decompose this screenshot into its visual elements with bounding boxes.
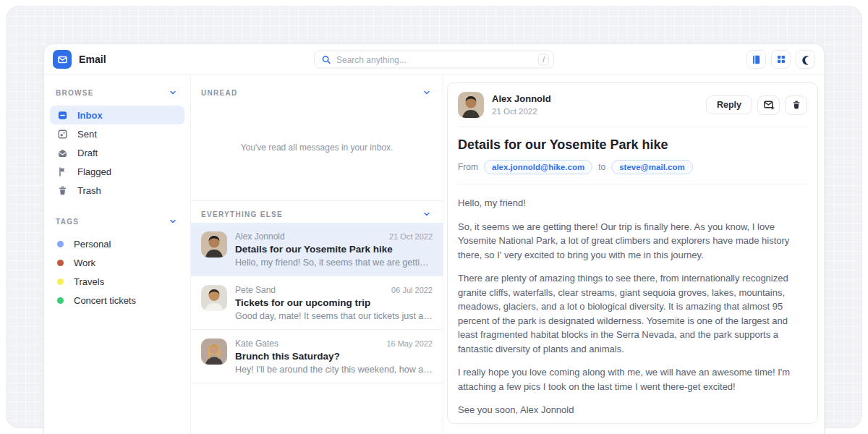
- sidebar-item-trash[interactable]: Trash: [50, 181, 184, 200]
- search-shortcut-key: /: [538, 54, 549, 65]
- mail-sender: Pete Sand: [235, 285, 276, 295]
- detail-subject-section: Details for our Yosemite Park hike From …: [458, 127, 807, 184]
- unread-section-header: UNREAD: [191, 75, 443, 98]
- mail-list-item[interactable]: Kate Gates 16 May 2022 Brunch this Satur…: [191, 330, 443, 383]
- everything-else-section-header: EVERYTHING ELSE: [191, 201, 443, 223]
- tag-list: Personal Work Travels Concert tickets: [50, 234, 184, 310]
- mail-subject: Brunch this Saturday?: [235, 351, 433, 362]
- mail-preview: Hey! I'll be around the city this weeken…: [235, 365, 433, 375]
- detail-header: Alex Jonnold 21 Oct 2022 Reply: [458, 83, 807, 127]
- flag-icon: [56, 166, 68, 177]
- mail-list-item[interactable]: Pete Sand 06 Jul 2022 Tickets for our up…: [191, 276, 443, 330]
- email-logo-icon: [53, 50, 72, 69]
- email-body: Hello, my friend! So, it seems we are ge…: [458, 184, 807, 424]
- grid-icon: [776, 54, 786, 64]
- sidebar-item-inbox[interactable]: Inbox: [50, 106, 184, 124]
- to-email-chip[interactable]: steve@mail.com: [611, 160, 692, 174]
- apps-grid-button[interactable]: [771, 50, 791, 69]
- from-label: From: [458, 162, 478, 172]
- mail-date: 16 May 2022: [386, 339, 433, 348]
- detail-date: 21 Oct 2022: [492, 106, 551, 116]
- everything-else-label: EVERYTHING ELSE: [201, 210, 283, 218]
- contacts-button[interactable]: [746, 50, 766, 69]
- mail-preview: Hello, my friend! So, it seems that we a…: [235, 258, 433, 268]
- chevron-down-icon: [169, 217, 177, 226]
- email-app-window: Email /: [43, 43, 825, 434]
- body-paragraph: There are plenty of amazing things to se…: [458, 271, 807, 356]
- from-email-chip[interactable]: alex.jonnold@hike.com: [484, 160, 592, 174]
- body-paragraph: So, it seems we are getting there! Our t…: [458, 220, 807, 263]
- mail-subject: Details for our Yosemite Park hike: [235, 244, 433, 255]
- sidebar-item-label: Flagged: [77, 166, 111, 177]
- mail-sender: Kate Gates: [235, 339, 278, 349]
- mail-item-body: Pete Sand 06 Jul 2022 Tickets for our up…: [235, 285, 433, 321]
- tag-label: Concert tickets: [74, 295, 136, 306]
- tag-item-travels[interactable]: Travels: [50, 272, 184, 291]
- email-detail-card: Alex Jonnold 21 Oct 2022 Reply: [447, 82, 818, 424]
- sender-avatar: [458, 92, 484, 118]
- top-bar: Email /: [44, 44, 824, 75]
- browse-section-toggle[interactable]: [167, 87, 179, 98]
- tag-dot: [57, 241, 64, 247]
- search-bar[interactable]: /: [314, 51, 554, 69]
- book-icon: [751, 54, 762, 65]
- tags-label: TAGS: [56, 218, 79, 226]
- sidebar-item-label: Draft: [77, 148, 98, 158]
- dark-mode-toggle[interactable]: [796, 50, 815, 69]
- sidebar-item-label: Trash: [77, 185, 101, 196]
- sidebar-item-draft[interactable]: Draft: [50, 143, 184, 162]
- tag-item-personal[interactable]: Personal: [50, 234, 184, 253]
- mail-date: 21 Oct 2022: [389, 232, 433, 241]
- delete-mail-button[interactable]: [785, 95, 807, 115]
- email-meta-row: From alex.jonnold@hike.com to steve@mail…: [458, 160, 807, 174]
- mail-preview: Good day, mate! It seems that our ticket…: [235, 311, 433, 321]
- main-area: BROWSE Inbox: [44, 75, 824, 434]
- trash-icon: [791, 100, 801, 110]
- tag-label: Personal: [74, 239, 111, 250]
- mail-subject: Tickets for our upcoming trip: [235, 297, 433, 308]
- mail-list: Alex Jonnold 21 Oct 2022 Details for our…: [191, 223, 443, 383]
- detail-sender-name: Alex Jonnold: [492, 93, 551, 105]
- everything-else-section-toggle[interactable]: [421, 208, 433, 220]
- sender-avatar: [201, 231, 227, 258]
- detail-sender-info: Alex Jonnold 21 Oct 2022: [492, 93, 551, 117]
- unread-section-toggle[interactable]: [421, 87, 433, 98]
- search-input[interactable]: [336, 54, 533, 64]
- message-list-column: UNREAD You've read all messages in your …: [191, 75, 443, 434]
- draft-icon: [56, 148, 68, 158]
- sidebar-item-flagged[interactable]: Flagged: [50, 162, 184, 181]
- tag-label: Work: [74, 258, 95, 268]
- reply-button[interactable]: Reply: [706, 95, 752, 114]
- unread-label: UNREAD: [201, 89, 238, 97]
- envelope-plus-icon: [763, 99, 775, 111]
- tags-section-toggle[interactable]: [167, 216, 179, 227]
- chevron-down-icon: [422, 88, 431, 97]
- browse-label: BROWSE: [56, 89, 94, 97]
- mail-item-body: Kate Gates 16 May 2022 Brunch this Satur…: [235, 339, 433, 375]
- tag-dot: [57, 260, 64, 266]
- sidebar-item-sent[interactable]: Sent: [50, 124, 184, 143]
- mail-list-item-selected[interactable]: Alex Jonnold 21 Oct 2022 Details for our…: [191, 223, 443, 276]
- mail-sender: Alex Jonnold: [235, 231, 285, 242]
- tag-item-work[interactable]: Work: [50, 253, 184, 272]
- sidebar-item-label: Inbox: [77, 110, 103, 121]
- tag-item-concert-tickets[interactable]: Concert tickets: [50, 291, 184, 310]
- sidebar-item-label: Sent: [77, 129, 97, 140]
- unread-empty-message: You've read all messages in your inbox.: [191, 98, 443, 200]
- chevron-down-icon: [169, 88, 177, 97]
- tag-dot: [57, 278, 64, 285]
- brand: Email: [53, 50, 106, 69]
- detail-actions: Reply: [706, 95, 807, 115]
- app-title: Email: [79, 54, 106, 65]
- chevron-down-icon: [422, 210, 431, 218]
- sidebar: BROWSE Inbox: [44, 75, 191, 434]
- inbox-icon: [56, 110, 68, 121]
- mail-date: 06 Jul 2022: [391, 286, 433, 294]
- email-detail-column: Alex Jonnold 21 Oct 2022 Reply: [443, 75, 824, 434]
- email-subject: Details for our Yosemite Park hike: [458, 137, 807, 153]
- forward-mail-button[interactable]: [757, 95, 780, 115]
- unread-section: UNREAD You've read all messages in your …: [191, 75, 443, 201]
- desktop-background: Email /: [0, 0, 868, 434]
- moon-icon: [800, 54, 811, 65]
- body-signoff: See you soon, Alex Jonnold: [458, 403, 807, 417]
